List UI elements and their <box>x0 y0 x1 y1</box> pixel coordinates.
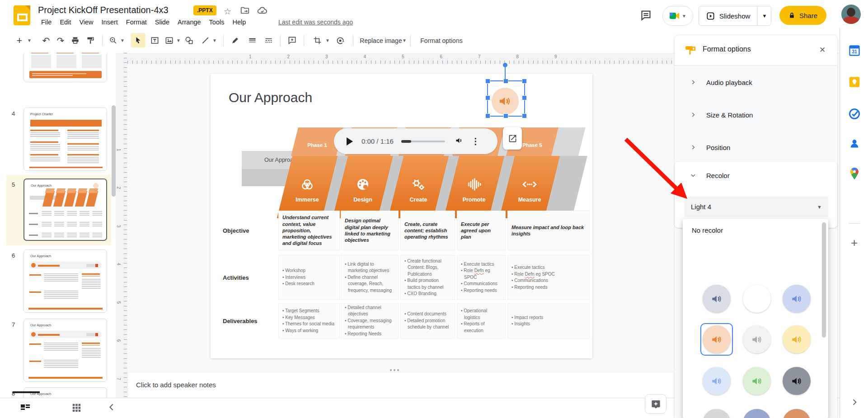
volume-icon[interactable] <box>455 136 464 147</box>
undo-button[interactable]: ↶ <box>40 28 52 53</box>
star-icon[interactable]: ☆ <box>224 6 231 17</box>
insert-shape-button[interactable] <box>183 28 195 53</box>
table-cell[interactable]: Create, curate content; establish operat… <box>401 211 455 250</box>
border-weight-icon[interactable] <box>246 28 258 53</box>
slide-thumbnail[interactable]: Project Charter <box>23 108 107 171</box>
recolor-swatch-light-gray[interactable] <box>743 325 771 353</box>
maps-icon[interactable] <box>849 167 859 182</box>
zoom-dropdown[interactable]: ▼ <box>119 28 126 53</box>
grid-view-icon[interactable] <box>71 403 81 414</box>
format-options-button[interactable]: Format options <box>417 28 466 53</box>
crop-icon[interactable] <box>311 28 324 53</box>
slide-thumbnail[interactable] <box>23 53 107 82</box>
table-cell[interactable]: • Content documents• Detailed promotion … <box>401 304 455 338</box>
menu-arrange[interactable]: Arrange <box>174 18 205 27</box>
menu-file[interactable]: File <box>37 18 56 27</box>
speaker-notes[interactable]: Click to add speaker notes <box>127 372 673 398</box>
insert-image-dropdown[interactable]: ▼ <box>175 28 182 53</box>
table-cell[interactable]: • Target Segments• Key Messages• Themes … <box>279 304 339 338</box>
share-button[interactable]: Share <box>779 6 826 25</box>
recolor-swatch-blue-gray[interactable] <box>703 285 731 313</box>
step-chevron[interactable]: Promote <box>444 156 504 218</box>
redo-button[interactable]: ↷ <box>54 28 67 53</box>
recolor-swatch-white[interactable] <box>743 285 771 313</box>
contacts-icon[interactable] <box>848 137 860 151</box>
recolor-header[interactable]: Recolor <box>675 167 837 183</box>
player-menu-icon[interactable]: ⋮ <box>471 136 480 146</box>
collapse-filmstrip-icon[interactable] <box>107 402 117 414</box>
menu-slide[interactable]: Slide <box>151 18 174 27</box>
step-chevron[interactable]: Create <box>388 156 449 218</box>
notes-resize-handle[interactable] <box>390 369 399 371</box>
replace-image-dropdown[interactable]: ▼ <box>401 28 408 53</box>
filmstrip-scrollbar[interactable] <box>112 105 116 197</box>
slide-thumbnail[interactable]: Our Approach <box>23 178 107 241</box>
table-cell[interactable]: • Detailed channel objectives• Coverage,… <box>341 304 398 338</box>
recolor-swatch-pale-blue[interactable] <box>703 367 731 395</box>
replace-image-button[interactable]: Replace image <box>359 28 403 53</box>
recolor-swatch-periwinkle[interactable] <box>743 409 771 418</box>
slides-logo-icon[interactable] <box>14 5 30 25</box>
avatar[interactable] <box>841 5 861 24</box>
comments-icon[interactable] <box>640 9 652 23</box>
insert-line-dropdown[interactable]: ▼ <box>211 28 218 53</box>
border-dash-icon[interactable] <box>262 28 275 53</box>
meet-button[interactable]: ▼ <box>662 6 693 26</box>
table-cell[interactable]: • Execute tactics• Role Defn eg SPOC• Co… <box>508 255 589 300</box>
step-chevron[interactable]: Immerse <box>277 156 338 218</box>
table-cell[interactable]: • Operational logistics• Reports of exec… <box>457 304 505 338</box>
text-box-button[interactable] <box>148 28 161 53</box>
close-icon[interactable]: ✕ <box>819 45 826 55</box>
recolor-swatch-pale-green[interactable] <box>743 367 771 395</box>
slide-thumbnail[interactable]: Our Approach <box>23 319 107 382</box>
slideshow-dropdown[interactable]: ▼ <box>758 13 771 19</box>
rotation-handle[interactable] <box>503 63 507 67</box>
calendar-icon[interactable]: 31 <box>848 44 861 59</box>
table-cell[interactable]: • Link digital to marketing objectives• … <box>341 255 398 300</box>
keep-icon[interactable] <box>848 76 860 90</box>
menu-view[interactable]: View <box>75 18 97 27</box>
step-chevron[interactable]: Measure <box>499 156 560 218</box>
audio-player[interactable]: 0:00 / 1:16 ⋮ <box>334 128 497 154</box>
table-cell[interactable]: • Execute tactics• Role Defn eg SPOC• Co… <box>457 255 505 300</box>
reset-image-icon[interactable] <box>333 28 347 53</box>
explore-button[interactable] <box>645 394 666 414</box>
print-button[interactable] <box>69 28 81 53</box>
insert-image-button[interactable] <box>163 28 175 53</box>
selection-box[interactable] <box>487 80 525 117</box>
panel-section-size-rotation[interactable]: Size & Rotation <box>675 106 837 124</box>
show-side-panel-icon[interactable] <box>850 398 859 409</box>
recolor-swatch-warm-gray[interactable] <box>703 409 731 418</box>
table-cell[interactable]: • Create functional Content: Blogs, Publ… <box>401 255 455 300</box>
open-in-new-button[interactable] <box>503 127 522 150</box>
play-icon[interactable] <box>347 137 353 146</box>
menu-scrollbar[interactable] <box>822 222 826 338</box>
table-cell[interactable]: • Workshop• Interviews• Desk research <box>279 255 339 300</box>
mask-image-dropdown[interactable]: ▼ <box>324 28 331 53</box>
menu-format[interactable]: Format <box>122 18 151 27</box>
paint-format-button[interactable] <box>84 28 97 53</box>
new-slide-dropdown[interactable]: ▼ <box>26 28 33 53</box>
insert-line-button[interactable] <box>199 28 211 53</box>
last-edit-link[interactable]: Last edit was seconds ago <box>278 19 353 26</box>
menu-insert[interactable]: Insert <box>98 18 122 27</box>
recolor-swatch-light-periwinkle[interactable] <box>783 285 811 313</box>
select-tool-button[interactable] <box>131 33 145 47</box>
new-slide-button[interactable]: + <box>14 28 25 53</box>
recolor-dropdown[interactable]: Light 4 ▼ <box>685 197 828 217</box>
table-cell[interactable]: • Impact reports• Insights <box>508 304 589 338</box>
player-progress-bar[interactable] <box>401 141 445 142</box>
slide-thumbnail[interactable]: Our Approach <box>23 249 107 313</box>
add-comment-icon[interactable] <box>286 28 298 53</box>
get-addons-icon[interactable]: + <box>851 236 858 250</box>
table-cell[interactable]: Measure impact and loop back insights <box>508 211 589 250</box>
tasks-icon[interactable] <box>848 108 861 122</box>
slide-title[interactable]: Our Approach <box>229 90 312 105</box>
step-chevron[interactable]: Design <box>333 156 393 218</box>
recolor-swatch-slate[interactable] <box>783 367 811 395</box>
border-color-icon[interactable] <box>229 28 241 53</box>
panel-section-position[interactable]: Position <box>675 138 837 156</box>
slideshow-button[interactable]: Slideshow ▼ <box>699 6 771 26</box>
move-folder-icon[interactable] <box>240 5 250 18</box>
document-title[interactable]: Project KickOff Presentation-4x3 <box>38 5 169 15</box>
